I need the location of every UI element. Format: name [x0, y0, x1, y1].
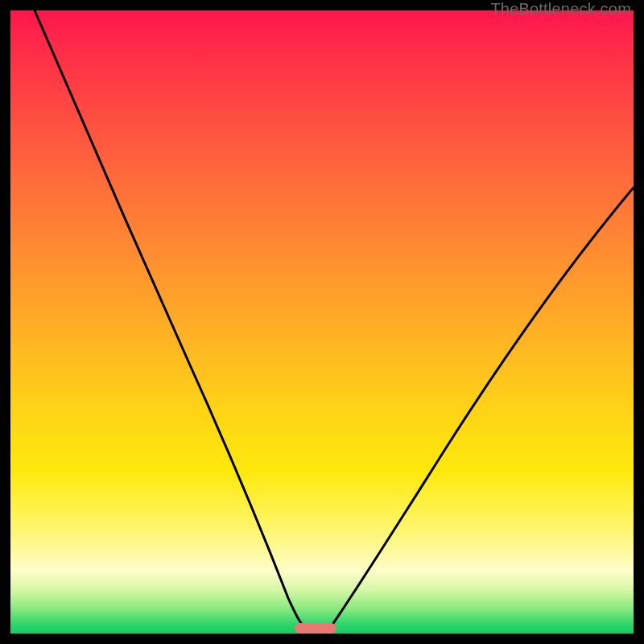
watermark-text: TheBottleneck.com — [490, 0, 631, 19]
chart-frame — [10, 10, 634, 634]
curve-right-branch — [328, 188, 634, 630]
optimal-range-marker — [295, 623, 336, 634]
curve-left-branch — [35, 10, 308, 630]
bottleneck-curve — [10, 10, 634, 634]
